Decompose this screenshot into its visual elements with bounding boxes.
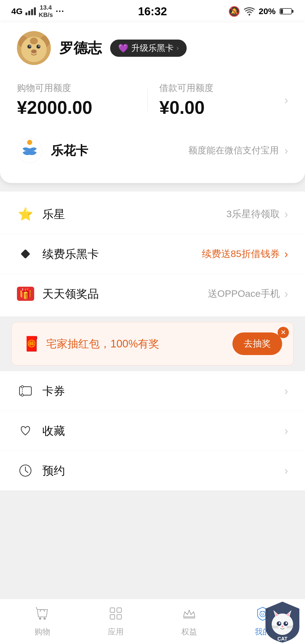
menu-item-renew[interactable]: 续费乐黑卡 续费送85折借钱券 › [0, 234, 305, 274]
star-icon: ⭐ [17, 206, 34, 223]
stars-arrow: › [284, 208, 288, 221]
user-profile: 罗德志 💜 升级乐黑卡 › [17, 31, 288, 65]
vip-chevron: › [177, 44, 179, 52]
heart-icon [17, 422, 34, 439]
bottom-nav: 购物 应用 权益 [0, 599, 305, 644]
reservation-label: 预约 [42, 463, 284, 478]
svg-point-11 [38, 45, 40, 47]
nav-item-benefits[interactable]: 权益 [152, 606, 226, 637]
svg-point-25 [39, 617, 41, 620]
svg-line-41 [272, 628, 278, 628]
svg-point-10 [29, 45, 30, 47]
signal-bar-3 [31, 9, 33, 15]
coupon-icon [17, 382, 34, 399]
svg-point-8 [27, 45, 31, 49]
svg-point-39 [286, 622, 287, 624]
lehuaka-logo [17, 138, 42, 163]
svg-rect-29 [110, 615, 115, 619]
lehuaka-name: 乐花卡 [51, 142, 188, 159]
credit-arrow-icon: › [284, 94, 288, 106]
user-name: 罗德志 [59, 39, 102, 58]
credit-section[interactable]: 购物可用额度 ¥2000.00 借款可用额度 ¥0.00 › [17, 82, 288, 118]
svg-rect-30 [117, 615, 121, 619]
loan-credit-amount: ¥0.00 [159, 97, 278, 118]
background-area: ⭐ 乐星 3乐星待领取 › 续费乐黑卡 续费送85折借钱券 › 🎁 天天领奖品 … [0, 183, 305, 504]
loan-credit-label: 借款可用额度 [159, 82, 278, 94]
svg-line-43 [287, 628, 293, 628]
vip-label: 升级乐黑卡 [131, 42, 174, 54]
shopping-credit: 购物可用额度 ¥2000.00 [17, 82, 136, 118]
loan-credit: 借款可用额度 ¥0.00 [159, 82, 278, 118]
top-menu-section: ⭐ 乐星 3乐星待领取 › 续费乐黑卡 续费送85折借钱券 › 🎁 天天领奖品 … [0, 192, 305, 316]
svg-point-16 [28, 149, 31, 152]
signal-bar-2 [28, 11, 30, 15]
svg-point-21 [21, 394, 23, 396]
nav-shopping-label: 购物 [34, 626, 50, 637]
menu-item-stars[interactable]: ⭐ 乐星 3乐星待领取 › [0, 194, 305, 234]
wifi-icon [244, 7, 255, 16]
gift-icon: 🎁 [17, 285, 34, 302]
cat-logo: CAT [260, 599, 305, 644]
network-speed: 13.4 KB/s [39, 4, 53, 19]
signal-bar-4 [34, 7, 36, 15]
lehuaka-arrow-icon: › [284, 144, 288, 157]
shopping-icon [35, 606, 50, 624]
menu-item-coupons[interactable]: 卡券 › [0, 371, 305, 411]
renew-arrow: › [284, 248, 288, 260]
nav-benefits-label: 权益 [181, 626, 197, 637]
svg-rect-27 [110, 608, 115, 612]
bell-icon: 🔕 [228, 6, 240, 17]
menu-item-favorites[interactable]: 收藏 › [0, 411, 305, 451]
network-type: 4G [11, 6, 23, 16]
prizes-value: 送OPPOace手机 [208, 287, 280, 300]
svg-rect-18 [19, 387, 31, 395]
close-banner-button[interactable]: ✕ [278, 327, 289, 338]
nav-item-shopping[interactable]: 购物 [6, 606, 79, 637]
vip-icon: 💜 [118, 43, 128, 53]
bottom-spacer [0, 504, 305, 561]
menu-item-reservation[interactable]: 预约 › [0, 451, 305, 490]
renew-label: 续费乐黑卡 [42, 246, 202, 262]
nav-item-apps[interactable]: 应用 [79, 606, 152, 637]
nav-apps-label: 应用 [108, 626, 124, 637]
status-left: 4G 13.4 KB/s ··· [11, 4, 64, 19]
status-bar: 4G 13.4 KB/s ··· 16:32 🔕 20% [0, 0, 305, 23]
svg-point-0 [249, 14, 250, 16]
svg-rect-28 [117, 608, 121, 612]
svg-rect-3 [280, 9, 283, 14]
svg-text:CAT: CAT [277, 636, 287, 642]
avatar [17, 31, 51, 65]
signal-bars [25, 7, 36, 15]
bottom-menu-section: 卡券 › 收藏 › 预约 › [0, 371, 305, 490]
avatar-image [17, 31, 51, 65]
coupons-arrow: › [284, 385, 288, 397]
red-packet-icon: 🧧 [23, 336, 40, 352]
cat-watermark: CAT [260, 599, 305, 644]
crown-icon [182, 606, 197, 624]
clock-icon [17, 462, 34, 479]
apps-icon [108, 606, 123, 624]
svg-point-26 [43, 617, 46, 620]
dots: ··· [56, 6, 64, 16]
svg-rect-2 [292, 10, 293, 13]
prizes-label: 天天领奖品 [42, 286, 208, 302]
status-right: 🔕 20% [228, 6, 294, 17]
red-packet-banner: 🧧 宅家抽红包，100%有奖 去抽奖 ✕ [11, 322, 294, 365]
stars-label: 乐星 [42, 206, 226, 222]
svg-point-35 [272, 613, 293, 635]
signal-bar-1 [25, 12, 27, 15]
svg-rect-17 [21, 249, 30, 259]
lehuaka-desc: 额度能在微信支付宝用 [188, 144, 279, 157]
vip-badge[interactable]: 💜 升级乐黑卡 › [110, 40, 187, 57]
stars-value: 3乐星待领取 [226, 208, 280, 221]
svg-line-24 [25, 471, 28, 473]
battery-icon [280, 8, 294, 15]
draw-lottery-button[interactable]: 去抽奖 [232, 332, 282, 355]
lehuaka-section[interactable]: 乐花卡 额度能在微信支付宝用 › [17, 132, 288, 169]
menu-item-prizes[interactable]: 🎁 天天领奖品 送OPPOace手机 › [0, 274, 305, 314]
red-packet-text: 宅家抽红包，100%有奖 [46, 337, 232, 351]
favorites-label: 收藏 [42, 423, 284, 439]
credit-divider [147, 89, 148, 111]
shopping-credit-amount: ¥2000.00 [17, 97, 136, 118]
prizes-arrow: › [284, 288, 288, 300]
